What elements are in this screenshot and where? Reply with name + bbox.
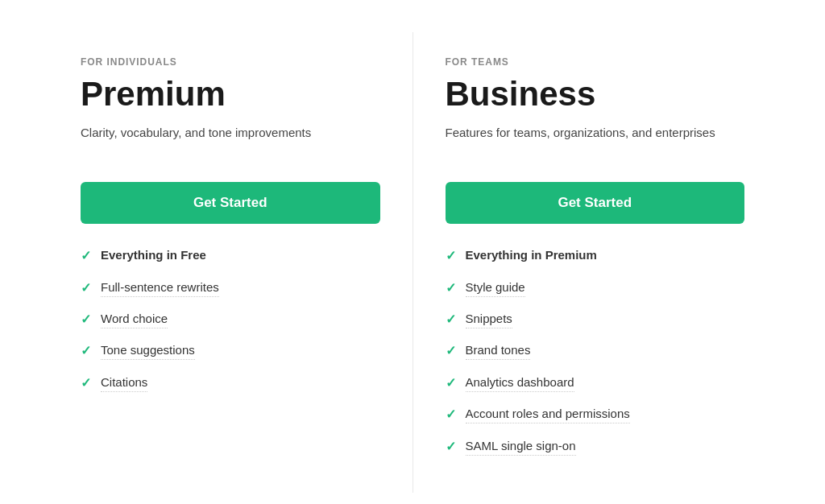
premium-for-label: FOR INDIVIDUALS bbox=[81, 56, 380, 68]
check-icon: ✓ bbox=[446, 311, 456, 328]
list-item: ✓Style guide bbox=[446, 279, 745, 297]
list-item: ✓Account roles and permissions bbox=[446, 405, 745, 423]
check-icon: ✓ bbox=[446, 342, 456, 360]
feature-text: Citations bbox=[101, 374, 147, 392]
feature-text: Full-sentence rewrites bbox=[101, 279, 219, 297]
list-item: ✓Analytics dashboard bbox=[446, 374, 745, 392]
check-icon: ✓ bbox=[81, 279, 91, 297]
feature-text: Account roles and permissions bbox=[466, 405, 630, 423]
list-item: ✓Everything in Premium bbox=[446, 246, 745, 265]
list-item: ✓Full-sentence rewrites bbox=[81, 279, 380, 297]
check-icon: ✓ bbox=[446, 279, 456, 297]
list-item: ✓Brand tones bbox=[446, 341, 745, 360]
list-item: ✓SAML single sign-on bbox=[446, 437, 745, 456]
business-for-label: FOR TEAMS bbox=[446, 56, 745, 68]
list-item: ✓Everything in Free bbox=[81, 246, 380, 265]
pricing-container: FOR INDIVIDUALS Premium Clarity, vocabul… bbox=[0, 0, 825, 504]
list-item: ✓Snippets bbox=[446, 310, 745, 328]
feature-text: Everything in Free bbox=[101, 246, 206, 263]
feature-text: SAML single sign-on bbox=[466, 437, 576, 456]
check-icon: ✓ bbox=[446, 438, 456, 456]
premium-column: FOR INDIVIDUALS Premium Clarity, vocabul… bbox=[48, 32, 413, 493]
premium-get-started-button[interactable]: Get Started bbox=[81, 182, 380, 224]
business-plan-name: Business bbox=[446, 76, 745, 113]
check-icon: ✓ bbox=[81, 311, 91, 328]
premium-description: Clarity, vocabulary, and tone improvemen… bbox=[81, 124, 380, 163]
list-item: ✓Citations bbox=[81, 374, 380, 392]
feature-text: Tone suggestions bbox=[101, 341, 195, 360]
feature-text: Analytics dashboard bbox=[466, 374, 574, 392]
business-column: FOR TEAMS Business Features for teams, o… bbox=[413, 32, 777, 493]
check-icon: ✓ bbox=[446, 406, 456, 423]
list-item: ✓Word choice bbox=[81, 310, 380, 328]
premium-plan-name: Premium bbox=[81, 76, 380, 113]
check-icon: ✓ bbox=[446, 374, 456, 392]
feature-text: Brand tones bbox=[466, 341, 531, 360]
check-icon: ✓ bbox=[446, 247, 456, 265]
premium-feature-list: ✓Everything in Free✓Full-sentence rewrit… bbox=[81, 246, 380, 392]
feature-text: Style guide bbox=[466, 279, 525, 297]
check-icon: ✓ bbox=[81, 247, 91, 265]
feature-text: Snippets bbox=[466, 310, 512, 328]
check-icon: ✓ bbox=[81, 342, 91, 360]
business-feature-list: ✓Everything in Premium✓Style guide✓Snipp… bbox=[446, 246, 745, 456]
business-get-started-button[interactable]: Get Started bbox=[446, 182, 745, 224]
list-item: ✓Tone suggestions bbox=[81, 341, 380, 360]
feature-text: Word choice bbox=[101, 310, 168, 328]
business-description: Features for teams, organizations, and e… bbox=[446, 124, 745, 163]
feature-text: Everything in Premium bbox=[466, 246, 597, 263]
check-icon: ✓ bbox=[81, 374, 91, 392]
